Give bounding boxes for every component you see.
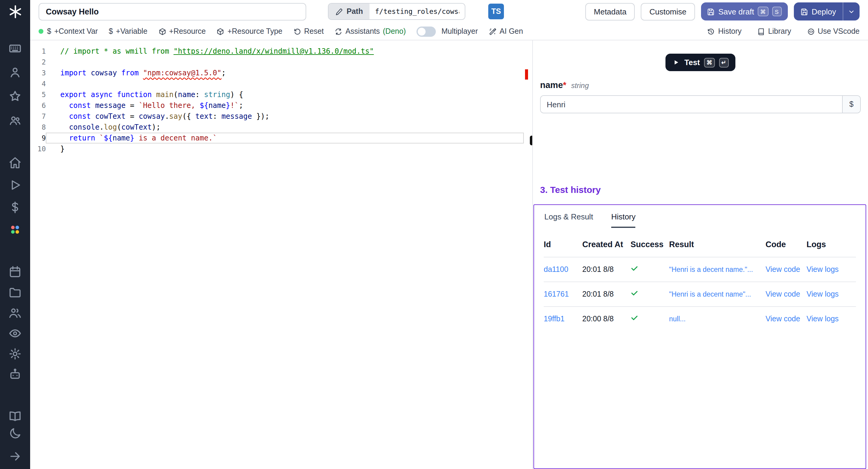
test-button[interactable]: Test ⌘ ↵ bbox=[666, 54, 735, 71]
created-at-cell: 20:01 8/8 bbox=[582, 257, 630, 282]
sidebar-item-variables[interactable] bbox=[8, 201, 22, 214]
sidebar-item-user[interactable] bbox=[8, 66, 22, 79]
sidebar-item-hub[interactable] bbox=[8, 223, 22, 236]
arg-row: name* string bbox=[540, 80, 861, 90]
table-row: 16176120:01 8/8"Henri is a decent name".… bbox=[544, 282, 856, 307]
script-name-input[interactable] bbox=[38, 3, 306, 20]
sidebar-item-groups[interactable] bbox=[8, 306, 22, 319]
pencil-icon bbox=[335, 7, 343, 15]
code-line-1: 1// import * as wmill from "https://deno… bbox=[30, 46, 532, 57]
result-link[interactable]: "Henri is a decent name"... bbox=[669, 290, 751, 298]
history-table-wrap: IdCreated AtSuccessResultCodeLogs da1100… bbox=[544, 238, 856, 331]
keyboard-icon bbox=[8, 41, 22, 55]
variable-label: +Variable bbox=[116, 27, 147, 36]
sidebar-item-community[interactable] bbox=[8, 114, 22, 127]
use-vscode-button[interactable]: Use VScode bbox=[807, 27, 860, 36]
test-row: Test ⌘ ↵ bbox=[533, 54, 868, 71]
sidebar-item-workers[interactable] bbox=[8, 368, 22, 381]
toolbar-right: History Library Use VScode bbox=[707, 27, 860, 36]
arg-input-group: $ bbox=[540, 95, 861, 113]
line-number: 1 bbox=[30, 46, 46, 57]
refresh-icon bbox=[335, 27, 342, 35]
arrow-right-icon bbox=[8, 450, 22, 463]
sidebar-item-docs[interactable] bbox=[8, 409, 22, 423]
reset-label: Reset bbox=[304, 27, 324, 36]
sidebar-item-expand[interactable] bbox=[8, 450, 22, 463]
metadata-button[interactable]: Metadata bbox=[585, 3, 635, 20]
tab-logs-result[interactable]: Logs & Result bbox=[544, 212, 593, 228]
add-resource-type-button[interactable]: +Resource Type bbox=[217, 27, 282, 36]
sidebar-item-settings[interactable] bbox=[8, 347, 22, 361]
path-input[interactable] bbox=[370, 4, 465, 19]
sidebar-bottom bbox=[8, 409, 22, 440]
sidebar-item-favorites[interactable] bbox=[8, 90, 22, 103]
content: 1// import * as wmill from "https://deno… bbox=[30, 40, 868, 469]
kbd-cmd: ⌘ bbox=[758, 7, 768, 16]
code-editor[interactable]: 1// import * as wmill from "https://deno… bbox=[30, 40, 533, 469]
calendar-icon bbox=[8, 265, 22, 279]
result-link[interactable]: null... bbox=[669, 315, 686, 322]
topbar: Path TS Metadata Customise Save draft ⌘ … bbox=[30, 0, 868, 23]
package-icon bbox=[217, 27, 224, 35]
code-line-7: 7 const cowText = cowsay.say({ text: mes… bbox=[30, 111, 532, 122]
ai-gen-button[interactable]: AI Gen bbox=[489, 27, 523, 36]
column-header: Result bbox=[669, 238, 766, 257]
column-header: Code bbox=[766, 238, 807, 257]
code-line-2: 2 bbox=[30, 57, 532, 67]
rotate-ccw-icon bbox=[293, 27, 301, 35]
sidebar-item-audit-logs[interactable] bbox=[8, 327, 22, 340]
deploy-button-group: Deploy bbox=[794, 2, 860, 21]
view-logs-link[interactable]: View logs bbox=[807, 315, 839, 323]
view-code-link[interactable]: View code bbox=[766, 265, 800, 274]
edit-path-button[interactable]: Path bbox=[329, 4, 370, 19]
add-context-var-button[interactable]: $ +Context Var bbox=[47, 27, 98, 36]
save-icon bbox=[707, 7, 715, 15]
history-table: IdCreated AtSuccessResultCodeLogs da1100… bbox=[544, 238, 856, 331]
dollar-icon: $ bbox=[47, 27, 51, 36]
sidebar-groups bbox=[8, 19, 22, 381]
reset-button[interactable]: Reset bbox=[293, 27, 324, 36]
assistants-button[interactable]: Assistants (Deno) bbox=[335, 27, 406, 36]
customise-button[interactable]: Customise bbox=[641, 3, 695, 20]
sidebar bbox=[0, 0, 30, 469]
code-line-8: 8 console.log(cowText); bbox=[30, 122, 532, 133]
typescript-badge: TS bbox=[488, 4, 504, 19]
code-line-3: 3import cowsay from "npm:cowsay@1.5.0"; bbox=[30, 67, 532, 79]
view-logs-link[interactable]: View logs bbox=[807, 290, 839, 299]
sidebar-item-home[interactable] bbox=[8, 156, 22, 169]
save-draft-button[interactable]: Save draft ⌘ S bbox=[701, 2, 788, 21]
view-code-link[interactable]: View code bbox=[766, 315, 800, 323]
history-button[interactable]: History bbox=[707, 27, 742, 36]
run-id-link[interactable]: 161761 bbox=[544, 290, 569, 299]
star-icon bbox=[8, 90, 22, 103]
save-icon bbox=[800, 7, 808, 15]
code-lines: 1// import * as wmill from "https://deno… bbox=[30, 46, 532, 154]
variable-picker-button[interactable]: $ bbox=[842, 96, 860, 113]
library-button[interactable]: Library bbox=[757, 27, 791, 36]
multiplayer-toggle[interactable] bbox=[417, 26, 436, 36]
run-id-link[interactable]: 19ffb1 bbox=[544, 315, 564, 323]
deploy-button[interactable]: Deploy bbox=[794, 2, 843, 21]
pane-drag-handle[interactable] bbox=[530, 136, 533, 145]
sidebar-item-workspace[interactable] bbox=[8, 41, 22, 55]
line-number: 4 bbox=[30, 79, 46, 89]
arg-name-input[interactable] bbox=[541, 96, 842, 113]
sidebar-item-dark-mode[interactable] bbox=[8, 427, 22, 440]
sidebar-item-folders[interactable] bbox=[8, 286, 22, 299]
view-logs-link[interactable]: View logs bbox=[807, 265, 839, 274]
add-resource-button[interactable]: +Resource bbox=[158, 27, 206, 36]
history-icon bbox=[707, 27, 715, 35]
tab-history[interactable]: History bbox=[611, 212, 636, 228]
path-group: Path bbox=[328, 3, 465, 20]
view-code-link[interactable]: View code bbox=[766, 290, 800, 299]
result-link[interactable]: "Henri is a decent name."... bbox=[669, 266, 753, 273]
book-open-icon bbox=[8, 409, 22, 423]
windmill-logo-icon[interactable] bbox=[8, 5, 22, 19]
run-id-link[interactable]: da1100 bbox=[544, 265, 568, 274]
sidebar-item-schedules[interactable] bbox=[8, 265, 22, 279]
add-variable-button[interactable]: $ +Variable bbox=[109, 27, 147, 36]
sidebar-item-runs[interactable] bbox=[8, 179, 22, 192]
deploy-dropdown-button[interactable] bbox=[843, 2, 860, 21]
eye-icon bbox=[8, 327, 22, 340]
check-icon bbox=[630, 289, 638, 297]
